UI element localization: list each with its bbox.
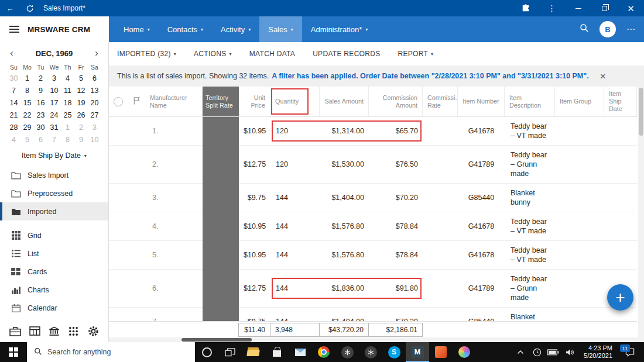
calendar-day[interactable]: 8 (61, 135, 74, 144)
action-center-icon[interactable]: 11 (619, 342, 640, 362)
calendar-day[interactable]: 9 (34, 85, 47, 95)
app-dark-2-icon[interactable] (359, 342, 382, 362)
volume-icon[interactable] (563, 342, 577, 362)
calendar-day[interactable]: 2 (74, 122, 88, 132)
clock-datetime[interactable]: 4:23 PM 5/20/2021 (584, 344, 612, 360)
calendar-day[interactable]: 24 (47, 110, 61, 120)
calendar-day[interactable]: 3 (88, 122, 101, 132)
nav-item-administration[interactable]: Administration*▾ (302, 16, 376, 42)
calendar-day[interactable]: 29 (20, 122, 34, 132)
vertical-scrollbar[interactable] (638, 87, 644, 337)
chrome-icon[interactable] (312, 342, 335, 362)
horizontal-scrollbar[interactable] (109, 337, 644, 342)
calendar-day[interactable]: 23 (34, 110, 47, 120)
avatar[interactable]: B (600, 21, 616, 37)
calendar-day[interactable]: 22 (20, 110, 34, 120)
table-row[interactable]: 5.$10.95144$1,576.80$78.84G41678Teddy be… (109, 241, 637, 270)
calendar-day[interactable]: 8 (20, 85, 34, 95)
calendar-day[interactable]: 20 (88, 98, 101, 108)
calendar-day[interactable]: 7 (7, 85, 20, 95)
toolbar-report[interactable]: REPORT▾ (398, 50, 433, 58)
app-dark-1-icon[interactable] (335, 342, 359, 362)
toolbar-update-records[interactable]: UPDATE RECORDS (313, 50, 380, 58)
column-header-territory[interactable]: Territory Split Rate (203, 87, 239, 116)
vertical-scrollbar-thumb[interactable] (639, 88, 643, 136)
calendar-day[interactable]: 27 (88, 110, 101, 120)
toolbar-match-data[interactable]: MATCH DATA (249, 50, 295, 58)
nav-item-sales[interactable]: Sales▾ (259, 16, 302, 42)
sidebar-item-imported[interactable]: Imported (0, 202, 108, 220)
sidebar-item-calendar[interactable]: Calendar (0, 299, 108, 317)
calendar-day[interactable]: 2 (34, 73, 47, 83)
cortana-icon[interactable] (195, 342, 218, 362)
nav-item-home[interactable]: Home▾ (115, 16, 159, 42)
column-header-item_group[interactable]: Item Group (555, 87, 604, 116)
sidebar-item-preprocessed[interactable]: Preprocessed (0, 184, 108, 202)
calendar-day[interactable]: 17 (47, 98, 61, 108)
add-record-button[interactable]: + (607, 284, 633, 311)
refresh-icon[interactable] (20, 0, 40, 16)
filter-close-icon[interactable]: × (600, 71, 606, 81)
column-header-item_ship_date[interactable]: Item Ship Date (604, 87, 637, 116)
sidebar-item-charts[interactable]: Charts (0, 281, 108, 299)
apps-icon[interactable] (66, 323, 81, 339)
chevron-up-icon[interactable] (513, 342, 527, 362)
nav-item-activity[interactable]: Activity▾ (212, 16, 259, 42)
column-header-unit_price[interactable]: Unit Price (239, 87, 270, 116)
calendar-day[interactable]: 10 (88, 135, 101, 144)
calendar-day[interactable]: 19 (74, 98, 88, 108)
table-row[interactable]: 2.$12.75120$1,530.00$76.50G41789Teddy be… (109, 146, 637, 184)
task-view-icon[interactable] (218, 342, 242, 362)
file-explorer-icon[interactable] (242, 342, 265, 362)
table-row[interactable]: 4.$10.95144$1,576.80$78.84G41678Teddy be… (109, 212, 637, 241)
minimize-button[interactable] (565, 0, 591, 16)
calendar-day[interactable]: 10 (47, 85, 61, 95)
bank-icon[interactable] (47, 323, 62, 339)
sidebar-item-cards[interactable]: Cards (0, 263, 108, 281)
calendar-day[interactable]: 28 (7, 122, 20, 132)
sidebar-item-grid[interactable]: Grid (0, 226, 108, 244)
calendar-day[interactable]: 4 (61, 73, 74, 83)
calendar-day[interactable]: 9 (74, 135, 88, 144)
column-header-commission_amount[interactable]: Commission Amount (369, 87, 423, 116)
calendar-day[interactable]: 6 (88, 73, 101, 83)
nav-item-contacts[interactable]: Contacts▾ (159, 16, 212, 42)
calendar-day[interactable]: 5 (74, 73, 88, 83)
hamburger-menu-icon[interactable] (9, 26, 19, 33)
calendar-day[interactable]: 12 (74, 85, 88, 95)
more-menu-icon[interactable]: ⋮ (539, 0, 565, 16)
taskbar-search-input[interactable]: Search for anything (27, 342, 195, 362)
table-row[interactable]: 1.$10.95120$1,314.00$65.70G41678Teddy be… (109, 117, 637, 146)
restore-button[interactable] (591, 0, 618, 16)
sidebar-item-sales-import[interactable]: Sales Import (0, 166, 108, 184)
paint-icon[interactable] (453, 342, 476, 362)
column-header-quantity[interactable]: Quantity (270, 87, 320, 116)
start-button[interactable] (0, 342, 27, 362)
calendar-day[interactable]: 6 (34, 135, 47, 144)
sidebar-item-list[interactable]: List (0, 244, 108, 263)
table-row[interactable]: 6.$12.75144$1,836.00$91.80G41789Teddy be… (109, 270, 637, 308)
calendar-day[interactable]: 25 (61, 110, 74, 120)
gear-icon[interactable] (85, 323, 101, 339)
close-button[interactable]: ✕ (618, 0, 644, 16)
calendar-day[interactable]: 30 (34, 122, 47, 132)
calendar-day[interactable]: 5 (20, 135, 34, 144)
column-header-item_description[interactable]: Item Description (505, 87, 555, 116)
calendar-day[interactable]: 15 (20, 98, 34, 108)
briefcase-icon[interactable] (8, 323, 23, 339)
calendar-day[interactable]: 4 (7, 135, 20, 144)
column-header-manufacturer[interactable]: Manufacturer Name (145, 87, 203, 116)
calendar-day[interactable]: 21 (7, 110, 20, 120)
calendar-prev-icon[interactable]: ‹ (7, 48, 16, 58)
column-header-commission_rate[interactable]: Commissi... Rate (423, 87, 458, 116)
calendar-day[interactable]: 13 (88, 85, 101, 95)
mail-icon[interactable] (289, 342, 312, 362)
table-row[interactable]: 7.$9.75144$1,404.00$70.20G85440Blanket b… (109, 308, 637, 321)
toolbar-imported-32[interactable]: IMPORTED (32)▾ (117, 50, 176, 58)
date-filter-dropdown[interactable]: Item Ship By Date ▾ (0, 146, 108, 166)
calendar-day[interactable]: 1 (20, 73, 34, 83)
horizontal-scrollbar-thumb[interactable] (181, 338, 252, 342)
select-all-circle[interactable] (109, 87, 128, 116)
clock-icon[interactable] (530, 342, 544, 362)
mrsware-icon[interactable]: M (406, 342, 429, 362)
